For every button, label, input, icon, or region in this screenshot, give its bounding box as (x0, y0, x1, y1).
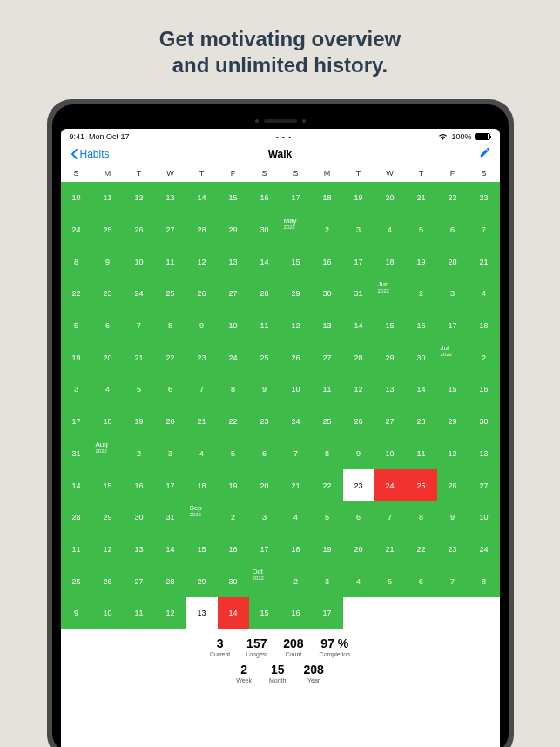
day-cell[interactable]: 27 (218, 278, 249, 310)
day-cell[interactable]: 19 (124, 406, 155, 438)
day-cell[interactable] (469, 597, 500, 629)
day-cell[interactable]: 20 (437, 246, 469, 278)
day-cell[interactable]: 16 (280, 597, 312, 629)
back-button[interactable]: Habits (70, 148, 110, 160)
day-cell[interactable]: 26 (92, 565, 124, 597)
day-cell[interactable]: 14 (343, 310, 374, 342)
day-cell[interactable]: 6 (249, 438, 280, 470)
day-cell[interactable]: 13 (374, 374, 406, 406)
day-cell[interactable]: 5 (124, 374, 155, 406)
day-cell[interactable]: 14 (61, 469, 92, 501)
day-cell[interactable]: 11 (61, 534, 92, 566)
day-cell[interactable]: 20 (374, 182, 406, 214)
day-cell[interactable]: 25 (61, 565, 92, 597)
day-cell[interactable]: 2 (280, 565, 312, 597)
day-cell[interactable]: 17 (280, 182, 312, 214)
day-cell[interactable]: 6 (343, 501, 374, 534)
day-cell[interactable]: 27 (124, 565, 155, 597)
day-cell[interactable]: 2 (406, 278, 437, 310)
edit-button[interactable] (479, 146, 491, 162)
day-cell[interactable]: 18 (186, 469, 218, 501)
day-cell[interactable]: 7 (469, 214, 500, 246)
day-cell[interactable]: 27 (469, 469, 500, 501)
day-cell[interactable]: 24 (374, 469, 406, 501)
day-cell[interactable]: 4 (186, 438, 218, 470)
day-cell[interactable]: 10 (218, 310, 249, 342)
day-cell[interactable]: 6 (92, 310, 124, 342)
day-cell[interactable]: 29 (437, 406, 469, 438)
day-cell[interactable]: 12 (437, 438, 469, 470)
day-cell[interactable]: 26 (280, 341, 312, 374)
day-cell[interactable]: 13 (124, 534, 155, 566)
day-cell[interactable]: 7 (280, 438, 312, 470)
day-cell[interactable]: 19 (312, 534, 343, 566)
day-cell[interactable]: 15 (249, 597, 280, 629)
day-cell[interactable]: 23 (186, 341, 218, 374)
day-cell[interactable]: 18 (312, 182, 343, 214)
day-cell[interactable]: 11 (155, 246, 186, 278)
day-cell[interactable]: 4 (343, 565, 374, 597)
day-cell[interactable]: 10 (92, 597, 124, 629)
day-cell[interactable]: 3 (61, 374, 92, 406)
day-cell[interactable]: 30 (312, 278, 343, 310)
day-cell[interactable]: 18 (469, 310, 500, 342)
day-cell[interactable]: 24 (61, 214, 92, 246)
day-cell[interactable]: 29 (280, 278, 312, 310)
day-cell[interactable]: 16 (469, 374, 500, 406)
day-cell[interactable]: 24 (218, 341, 249, 374)
day-cell[interactable]: 25 (406, 469, 437, 501)
day-cell[interactable]: 31 (155, 501, 186, 534)
day-cell[interactable]: 5 (61, 310, 92, 342)
day-cell[interactable]: 6 (437, 214, 469, 246)
day-cell[interactable]: 30 (406, 341, 437, 374)
day-cell[interactable]: 19 (61, 341, 92, 374)
day-cell[interactable]: 23 (343, 469, 374, 501)
day-cell[interactable]: 17 (155, 469, 186, 501)
day-cell[interactable]: 17 (61, 406, 92, 438)
day-cell[interactable]: 22 (312, 469, 343, 501)
day-cell[interactable]: 18 (374, 246, 406, 278)
day-cell[interactable]: 10 (374, 438, 406, 470)
day-cell[interactable]: 21 (469, 246, 500, 278)
day-cell[interactable] (437, 597, 469, 629)
day-cell[interactable]: 8 (312, 438, 343, 470)
day-cell[interactable] (343, 597, 374, 629)
day-cell[interactable]: 19 (406, 246, 437, 278)
day-cell[interactable]: 17 (312, 597, 343, 629)
day-cell[interactable]: 5 (374, 565, 406, 597)
day-cell[interactable]: 30 (249, 214, 280, 246)
day-cell[interactable]: 15 (218, 182, 249, 214)
day-cell[interactable]: 3 (155, 438, 186, 470)
day-cell[interactable]: 12 (280, 310, 312, 342)
day-cell[interactable]: 25 (249, 341, 280, 374)
day-cell[interactable]: 27 (312, 341, 343, 374)
day-cell[interactable]: 20 (249, 469, 280, 501)
day-cell[interactable]: 11 (124, 597, 155, 629)
day-cell[interactable]: 9 (92, 246, 124, 278)
day-cell[interactable]: 13 (469, 438, 500, 470)
day-cell[interactable]: 15 (374, 310, 406, 342)
day-cell[interactable]: 28 (61, 501, 92, 534)
day-cell[interactable]: 12 (92, 534, 124, 566)
day-cell[interactable]: 2 (312, 214, 343, 246)
day-cell[interactable]: 26 (124, 214, 155, 246)
day-cell[interactable]: 27 (155, 214, 186, 246)
day-cell[interactable]: 22 (406, 534, 437, 566)
day-cell[interactable]: 17 (249, 534, 280, 566)
day-cell[interactable]: 19 (218, 469, 249, 501)
history-grid[interactable]: 1011121314151617181920212223242526272829… (61, 182, 500, 629)
day-cell[interactable]: 4 (374, 214, 406, 246)
day-cell[interactable]: 26 (437, 469, 469, 501)
day-cell[interactable]: 22 (218, 406, 249, 438)
day-cell[interactable] (406, 597, 437, 629)
day-cell[interactable]: 8 (155, 310, 186, 342)
day-cell[interactable]: 4 (280, 501, 312, 534)
day-cell[interactable]: 3 (437, 278, 469, 310)
day-cell[interactable]: 25 (155, 278, 186, 310)
day-cell[interactable]: 10 (469, 501, 500, 534)
day-cell[interactable]: 29 (186, 565, 218, 597)
day-cell[interactable]: 14 (249, 246, 280, 278)
day-cell[interactable]: 2 (469, 341, 500, 374)
day-cell[interactable]: 5 (218, 438, 249, 470)
day-cell[interactable]: 20 (343, 534, 374, 566)
